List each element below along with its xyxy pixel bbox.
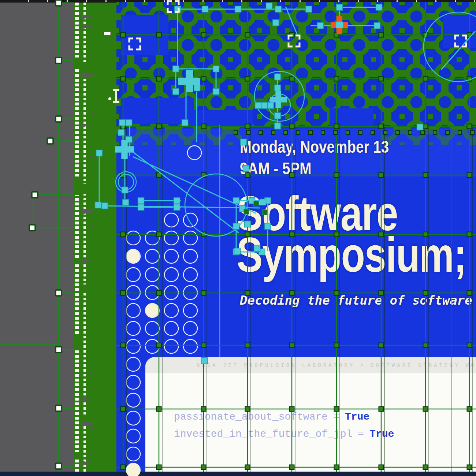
gray-arrow-mark [82,123,91,127]
code-variable: passionate_about_software [174,411,328,423]
gray-arrow-mark [82,421,96,427]
code-line-1: passionate_about_software=True [174,411,369,423]
film-strip-column [74,3,116,472]
info-card: NASA JET PROPULSION LABORATORY > SOFTWAR… [145,357,476,472]
perforation-column [75,3,79,472]
gray-arrow-mark [82,25,93,29]
date-line: Monday, November 13 [240,136,389,158]
guide-lines [0,1,74,472]
poster-title: Software Symposium; [237,193,466,275]
code-line-2: invested_in_the_future_of_jpl=True [174,428,394,440]
gray-arrow-mark [82,461,93,465]
gray-arrow-mark [82,397,93,402]
bottom-bar [0,472,476,476]
code-operator: = [333,411,339,423]
poster-subtitle: Decoding the future of software [240,293,472,308]
gray-arrow-mark [82,72,96,78]
white-dash-mark [104,33,111,35]
code-operator: = [358,428,364,440]
gray-arrow-mark [82,259,93,263]
ruler-ticks [10,0,476,2]
code-value: True [345,411,369,423]
code-value: True [369,428,394,440]
title-line-2: Symposium; [237,234,466,275]
code-variable: invested_in_the_future_of_jpl [174,428,352,440]
time-line: 9AM - 5PM [240,158,389,179]
guide-handles[interactable] [29,0,62,469]
gray-arrow-mark [82,15,93,19]
breadcrumb: NASA JET PROPULSION LABORATORY > SOFTWAR… [197,357,476,373]
poster-date-time: Monday, November 13 9AM - 5PM [240,136,389,179]
gray-arrow-mark [82,208,96,214]
editor-canvas[interactable]: Monday, November 13 9AM - 5PM Software S… [0,0,476,476]
